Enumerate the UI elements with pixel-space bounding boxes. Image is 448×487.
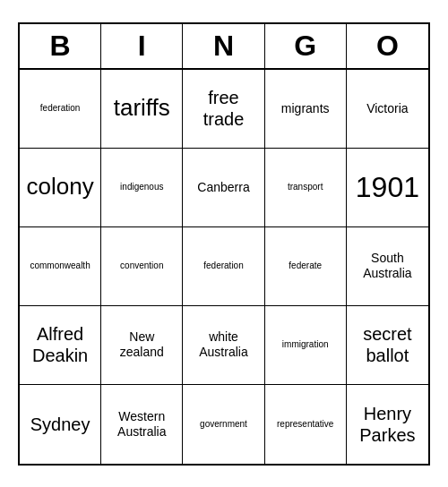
header-letter: O xyxy=(347,24,428,68)
cell-text: Victoria xyxy=(366,101,408,116)
cell-text: colony xyxy=(27,173,94,201)
bingo-cell[interactable]: New zealand xyxy=(101,306,183,385)
cell-text: convention xyxy=(120,261,163,271)
bingo-cell[interactable]: colony xyxy=(20,149,101,227)
header-letter: G xyxy=(265,24,347,68)
bingo-cell[interactable]: immigration xyxy=(265,306,347,385)
cell-text: 1901 xyxy=(356,170,419,204)
bingo-cell[interactable]: Henry Parkes xyxy=(347,385,428,464)
cell-text: New zealand xyxy=(120,329,164,360)
bingo-cell[interactable]: federation xyxy=(183,227,264,306)
cell-text: white Australia xyxy=(199,329,247,360)
bingo-cell[interactable]: tariffs xyxy=(101,70,183,149)
cell-text: immigration xyxy=(282,339,329,350)
bingo-cell[interactable]: Western Australia xyxy=(101,385,183,464)
cell-text: government xyxy=(200,419,247,430)
cell-text: tariffs xyxy=(114,94,170,122)
bingo-grid: federationtariffsfree trademigrantsVicto… xyxy=(20,70,428,464)
cell-text: South Australia xyxy=(363,251,411,281)
cell-text: federation xyxy=(40,103,80,114)
bingo-cell[interactable]: federation xyxy=(20,70,101,149)
cell-text: transport xyxy=(288,182,323,192)
cell-text: Western Australia xyxy=(117,409,166,440)
bingo-cell[interactable]: representative xyxy=(265,385,347,464)
bingo-cell[interactable]: convention xyxy=(101,227,183,306)
bingo-cell[interactable]: free trade xyxy=(183,70,264,149)
bingo-cell[interactable]: secret ballot xyxy=(347,306,428,385)
cell-text: Alfred Deakin xyxy=(32,323,88,366)
header-letter: I xyxy=(101,24,183,68)
cell-text: federate xyxy=(289,261,322,271)
cell-text: federation xyxy=(203,261,243,271)
bingo-cell[interactable]: white Australia xyxy=(183,306,264,385)
header-letter: N xyxy=(183,24,264,68)
cell-text: commonwealth xyxy=(30,261,90,271)
header-letter: B xyxy=(20,24,101,68)
bingo-cell[interactable]: transport xyxy=(265,149,347,227)
cell-text: Canberra xyxy=(197,180,249,195)
cell-text: Henry Parkes xyxy=(359,403,415,446)
cell-text: secret ballot xyxy=(363,323,411,366)
bingo-card: BINGO federationtariffsfree trademigrant… xyxy=(18,22,430,466)
bingo-cell[interactable]: 1901 xyxy=(347,149,428,227)
bingo-cell[interactable]: South Australia xyxy=(347,227,428,306)
bingo-cell[interactable]: Victoria xyxy=(347,70,428,149)
bingo-cell[interactable]: federate xyxy=(265,227,347,306)
bingo-cell[interactable]: government xyxy=(183,385,264,464)
bingo-cell[interactable]: commonwealth xyxy=(20,227,101,306)
cell-text: Sydney xyxy=(30,414,90,435)
cell-text: representative xyxy=(277,419,333,430)
bingo-cell[interactable]: Alfred Deakin xyxy=(20,306,101,385)
cell-text: migrants xyxy=(281,101,330,116)
bingo-header: BINGO xyxy=(20,24,428,70)
bingo-cell[interactable]: Sydney xyxy=(20,385,101,464)
cell-text: free trade xyxy=(203,87,245,130)
bingo-cell[interactable]: migrants xyxy=(265,70,347,149)
bingo-cell[interactable]: Canberra xyxy=(183,149,264,227)
bingo-cell[interactable]: indigenous xyxy=(101,149,183,227)
cell-text: indigenous xyxy=(120,182,163,192)
